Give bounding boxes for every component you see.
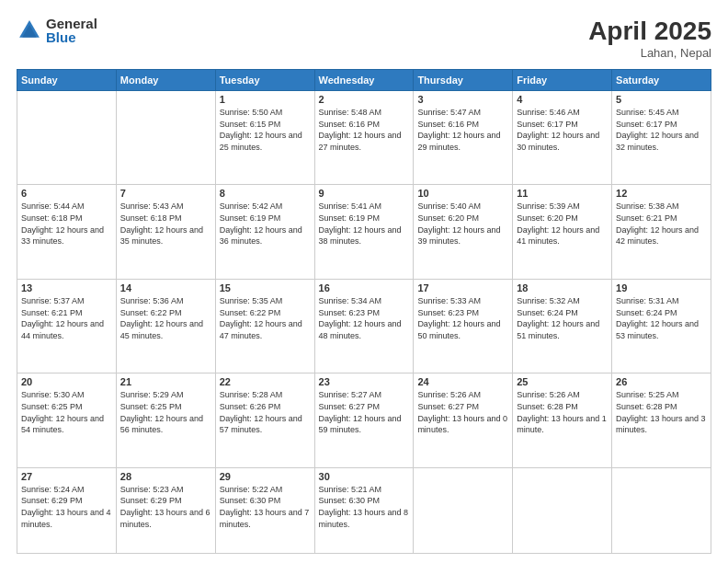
header-row: Sunday Monday Tuesday Wednesday Thursday… [17,70,711,91]
calendar-cell: 27Sunrise: 5:24 AM Sunset: 6:29 PM Dayli… [17,467,117,553]
calendar-cell: 3Sunrise: 5:47 AM Sunset: 6:16 PM Daylig… [414,91,513,185]
day-number: 3 [417,94,508,105]
day-number: 5 [616,94,707,105]
calendar-cell: 23Sunrise: 5:27 AM Sunset: 6:27 PM Dayli… [314,373,414,467]
day-number: 22 [220,376,311,387]
calendar-cell: 15Sunrise: 5:35 AM Sunset: 6:22 PM Dayli… [215,279,314,373]
calendar-cell: 9Sunrise: 5:41 AM Sunset: 6:19 PM Daylig… [314,185,414,279]
day-info: Sunrise: 5:26 AM Sunset: 6:27 PM Dayligh… [417,389,508,435]
month-title: April 2025 [588,17,711,46]
calendar-cell: 2Sunrise: 5:48 AM Sunset: 6:16 PM Daylig… [314,91,414,185]
col-friday: Friday [513,70,612,91]
day-info: Sunrise: 5:47 AM Sunset: 6:16 PM Dayligh… [417,107,508,153]
calendar-cell: 20Sunrise: 5:30 AM Sunset: 6:25 PM Dayli… [17,373,117,467]
day-number: 17 [417,282,508,293]
calendar-week-5: 27Sunrise: 5:24 AM Sunset: 6:29 PM Dayli… [17,467,711,553]
calendar-week-4: 20Sunrise: 5:30 AM Sunset: 6:25 PM Dayli… [17,373,711,467]
page: General Blue April 2025 Lahan, Nepal Sun… [0,0,728,563]
day-info: Sunrise: 5:34 AM Sunset: 6:23 PM Dayligh… [319,295,410,341]
logo-general: General [46,17,97,30]
logo-text: General Blue [46,17,97,44]
calendar-cell: 10Sunrise: 5:40 AM Sunset: 6:20 PM Dayli… [414,185,513,279]
calendar-cell: 1Sunrise: 5:50 AM Sunset: 6:15 PM Daylig… [215,91,314,185]
day-number: 15 [220,282,311,293]
day-number: 29 [220,471,311,482]
day-info: Sunrise: 5:23 AM Sunset: 6:29 PM Dayligh… [120,484,211,530]
day-number: 20 [21,376,112,387]
day-info: Sunrise: 5:46 AM Sunset: 6:17 PM Dayligh… [517,107,608,153]
day-info: Sunrise: 5:44 AM Sunset: 6:18 PM Dayligh… [21,201,112,247]
day-info: Sunrise: 5:40 AM Sunset: 6:20 PM Dayligh… [417,201,508,247]
day-number: 8 [220,188,311,199]
day-number: 27 [21,471,112,482]
calendar-cell: 12Sunrise: 5:38 AM Sunset: 6:21 PM Dayli… [612,185,711,279]
calendar-cell: 21Sunrise: 5:29 AM Sunset: 6:25 PM Dayli… [116,373,215,467]
day-info: Sunrise: 5:48 AM Sunset: 6:16 PM Dayligh… [319,107,410,153]
day-number: 10 [417,188,508,199]
calendar-week-1: 1Sunrise: 5:50 AM Sunset: 6:15 PM Daylig… [17,91,711,185]
day-info: Sunrise: 5:33 AM Sunset: 6:23 PM Dayligh… [417,295,508,341]
day-info: Sunrise: 5:25 AM Sunset: 6:28 PM Dayligh… [616,389,707,435]
calendar-cell: 22Sunrise: 5:28 AM Sunset: 6:26 PM Dayli… [215,373,314,467]
col-tuesday: Tuesday [215,70,314,91]
day-info: Sunrise: 5:27 AM Sunset: 6:27 PM Dayligh… [319,389,410,435]
day-number: 21 [120,376,211,387]
day-info: Sunrise: 5:28 AM Sunset: 6:26 PM Dayligh… [220,389,311,435]
day-number: 14 [120,282,211,293]
day-number: 1 [220,94,311,105]
calendar-cell [513,467,612,553]
location: Lahan, Nepal [588,46,711,60]
day-info: Sunrise: 5:35 AM Sunset: 6:22 PM Dayligh… [220,295,311,341]
day-number: 6 [21,188,112,199]
day-number: 12 [616,188,707,199]
col-monday: Monday [116,70,215,91]
col-wednesday: Wednesday [314,70,414,91]
calendar-cell: 4Sunrise: 5:46 AM Sunset: 6:17 PM Daylig… [513,91,612,185]
col-saturday: Saturday [612,70,711,91]
day-info: Sunrise: 5:29 AM Sunset: 6:25 PM Dayligh… [120,389,211,435]
day-number: 11 [517,188,608,199]
day-number: 23 [319,376,410,387]
day-number: 16 [319,282,410,293]
calendar-cell: 30Sunrise: 5:21 AM Sunset: 6:30 PM Dayli… [314,467,414,553]
calendar-cell: 5Sunrise: 5:45 AM Sunset: 6:17 PM Daylig… [612,91,711,185]
day-number: 18 [517,282,608,293]
calendar-cell: 25Sunrise: 5:26 AM Sunset: 6:28 PM Dayli… [513,373,612,467]
calendar-cell: 16Sunrise: 5:34 AM Sunset: 6:23 PM Dayli… [314,279,414,373]
logo: General Blue [17,17,97,44]
day-number: 30 [319,471,410,482]
day-number: 2 [319,94,410,105]
day-info: Sunrise: 5:36 AM Sunset: 6:22 PM Dayligh… [120,295,211,341]
day-info: Sunrise: 5:32 AM Sunset: 6:24 PM Dayligh… [517,295,608,341]
calendar-cell: 28Sunrise: 5:23 AM Sunset: 6:29 PM Dayli… [116,467,215,553]
day-number: 25 [517,376,608,387]
calendar-cell: 6Sunrise: 5:44 AM Sunset: 6:18 PM Daylig… [17,185,117,279]
calendar-cell: 7Sunrise: 5:43 AM Sunset: 6:18 PM Daylig… [116,185,215,279]
calendar-cell: 14Sunrise: 5:36 AM Sunset: 6:22 PM Dayli… [116,279,215,373]
day-info: Sunrise: 5:50 AM Sunset: 6:15 PM Dayligh… [220,107,311,153]
col-thursday: Thursday [414,70,513,91]
day-info: Sunrise: 5:26 AM Sunset: 6:28 PM Dayligh… [517,389,608,435]
day-number: 7 [120,188,211,199]
day-info: Sunrise: 5:39 AM Sunset: 6:20 PM Dayligh… [517,201,608,247]
day-info: Sunrise: 5:22 AM Sunset: 6:30 PM Dayligh… [220,484,311,530]
day-info: Sunrise: 5:31 AM Sunset: 6:24 PM Dayligh… [616,295,707,341]
day-number: 26 [616,376,707,387]
day-info: Sunrise: 5:41 AM Sunset: 6:19 PM Dayligh… [319,201,410,247]
calendar-cell: 19Sunrise: 5:31 AM Sunset: 6:24 PM Dayli… [612,279,711,373]
calendar-cell: 11Sunrise: 5:39 AM Sunset: 6:20 PM Dayli… [513,185,612,279]
day-info: Sunrise: 5:37 AM Sunset: 6:21 PM Dayligh… [21,295,112,341]
title-block: April 2025 Lahan, Nepal [588,17,711,60]
day-number: 13 [21,282,112,293]
calendar-week-2: 6Sunrise: 5:44 AM Sunset: 6:18 PM Daylig… [17,185,711,279]
day-info: Sunrise: 5:24 AM Sunset: 6:29 PM Dayligh… [21,484,112,530]
logo-blue: Blue [46,30,97,44]
col-sunday: Sunday [17,70,117,91]
calendar-cell: 29Sunrise: 5:22 AM Sunset: 6:30 PM Dayli… [215,467,314,553]
calendar-cell [414,467,513,553]
calendar-cell: 8Sunrise: 5:42 AM Sunset: 6:19 PM Daylig… [215,185,314,279]
day-info: Sunrise: 5:45 AM Sunset: 6:17 PM Dayligh… [616,107,707,153]
calendar-cell [17,91,117,185]
calendar-cell [612,467,711,553]
calendar-cell: 18Sunrise: 5:32 AM Sunset: 6:24 PM Dayli… [513,279,612,373]
